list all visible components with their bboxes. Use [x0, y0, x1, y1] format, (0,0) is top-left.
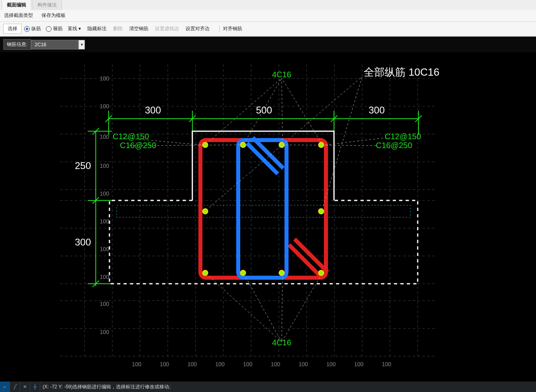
- dim-h2[interactable]: 300: [75, 237, 91, 248]
- rebar-info-dropdown[interactable]: ▼: [78, 40, 85, 50]
- svg-point-69: [241, 142, 245, 147]
- svg-text:100: 100: [100, 301, 109, 307]
- svg-line-91: [322, 76, 362, 210]
- tool-hide-annotation[interactable]: 隐藏标注: [87, 25, 107, 32]
- rebar-info-label: 钢筋信息:: [3, 39, 31, 50]
- svg-text:100: 100: [100, 163, 109, 169]
- status-snap-endpoint-icon[interactable]: ⌐: [0, 382, 10, 392]
- svg-text:100: 100: [100, 218, 109, 225]
- svg-text:100: 100: [243, 361, 253, 367]
- radio-stirrup[interactable]: 箍筋: [46, 25, 63, 32]
- dim-h1[interactable]: 250: [75, 160, 91, 171]
- radio-longitudinal-label: 纵筋: [31, 25, 41, 32]
- svg-text:100: 100: [271, 361, 280, 367]
- svg-text:100: 100: [354, 361, 364, 367]
- svg-text:100: 100: [326, 361, 336, 367]
- toolbar: 选择 纵筋 箍筋 直线 ▾ 隐藏标注 删除 清空钢筋 设置虚线边 设置对齐边 对…: [0, 22, 536, 36]
- svg-text:100: 100: [100, 274, 109, 280]
- svg-text:100: 100: [132, 361, 142, 367]
- dim-right[interactable]: 300: [369, 105, 385, 116]
- rebar-info-input[interactable]: 2C16: [31, 40, 78, 50]
- svg-point-77: [319, 270, 324, 275]
- dim-left[interactable]: 300: [145, 105, 161, 116]
- svg-text:100: 100: [100, 190, 109, 197]
- svg-text:100: 100: [100, 75, 109, 82]
- svg-point-76: [279, 270, 284, 275]
- label-stirrup-left-2[interactable]: C16@250: [120, 141, 156, 150]
- svg-point-75: [241, 270, 245, 275]
- svg-text:100: 100: [188, 361, 197, 367]
- tool-align-rebar[interactable]: 对齐钢筋: [223, 25, 242, 32]
- tab-bar: 截面编辑 构件做法: [0, 0, 536, 10]
- svg-text:100: 100: [100, 103, 109, 109]
- svg-text:100: 100: [215, 361, 225, 367]
- menu-select-section-type[interactable]: 选择截面类型: [4, 12, 33, 18]
- radio-dot-icon: [24, 26, 30, 32]
- info-row: 钢筋信息: 2C16 ▼: [0, 37, 536, 52]
- status-snap-intersection-icon[interactable]: ✕: [20, 382, 30, 392]
- status-message: 选择钢筋进行编辑，选择标注进行修改或移动;: [72, 384, 170, 390]
- radio-stirrup-label: 箍筋: [53, 25, 63, 32]
- label-stirrup-right-2[interactable]: C16@250: [376, 141, 412, 150]
- svg-point-71: [319, 142, 324, 147]
- svg-text:100: 100: [100, 246, 109, 252]
- label-total-rebar[interactable]: 全部纵筋 10C16: [364, 66, 439, 78]
- separator: [219, 26, 220, 32]
- dim-mid[interactable]: 500: [256, 105, 272, 116]
- label-bottom-rebar[interactable]: 4C16: [272, 338, 291, 347]
- svg-line-80: [282, 78, 282, 144]
- drawing-canvas[interactable]: 100 100 100 100 100 100 100 100 100 100 …: [0, 52, 536, 382]
- radio-longitudinal[interactable]: 纵筋: [24, 25, 41, 32]
- tab-section-edit[interactable]: 截面编辑: [2, 0, 31, 10]
- tool-align-side[interactable]: 设置对齐边: [186, 25, 210, 32]
- radio-dot-icon: [46, 26, 52, 32]
- status-coordinates: (X: -72 Y: -59): [43, 384, 72, 390]
- tool-line[interactable]: 直线 ▾: [68, 25, 81, 32]
- svg-text:100: 100: [299, 361, 308, 367]
- status-snap-perpendicular-icon[interactable]: ┼: [30, 382, 40, 392]
- svg-line-84: [282, 274, 282, 342]
- status-snap-midpoint-icon[interactable]: ╱: [10, 382, 20, 392]
- tool-clear-rebar[interactable]: 清空钢筋: [129, 25, 148, 32]
- select-button[interactable]: 选择: [3, 24, 22, 34]
- tool-virtual-edge: 设置虚线边: [155, 25, 179, 32]
- label-stirrup-right-1[interactable]: C12@150: [385, 132, 421, 141]
- svg-text:100: 100: [382, 361, 392, 367]
- svg-text:100: 100: [160, 361, 169, 367]
- tool-delete: 删除: [113, 25, 123, 32]
- svg-point-73: [319, 209, 324, 214]
- status-bar: ⌐ ╱ ✕ ┼ (X: -72 Y: -59) 选择钢筋进行编辑，选择标注进行修…: [0, 382, 536, 392]
- label-stirrup-left-1[interactable]: C12@150: [113, 132, 149, 141]
- svg-point-72: [203, 209, 208, 214]
- label-top-rebar[interactable]: 4C16: [272, 70, 291, 79]
- menubar: 选择截面类型 保存为模板: [0, 10, 536, 22]
- svg-line-89: [286, 145, 378, 146]
- menu-save-as-template[interactable]: 保存为模板: [41, 12, 66, 18]
- svg-text:100: 100: [100, 134, 109, 140]
- tab-component-method[interactable]: 构件做法: [32, 0, 62, 10]
- svg-text:100: 100: [100, 329, 109, 335]
- svg-rect-61: [117, 205, 410, 217]
